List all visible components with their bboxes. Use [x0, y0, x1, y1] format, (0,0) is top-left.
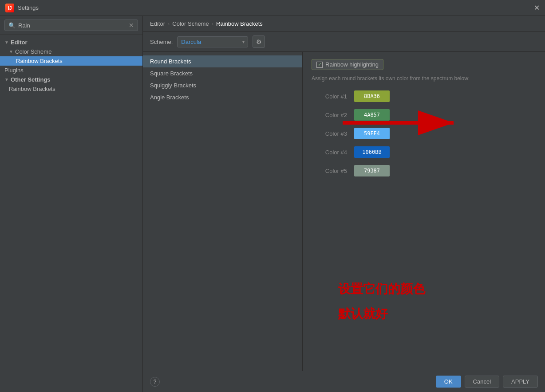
- sidebar-item-rainbow-brackets[interactable]: Rainbow Brackets: [0, 56, 142, 66]
- editor-label: Editor: [11, 39, 28, 46]
- color-row-5: Color #5 79387: [312, 165, 536, 176]
- rainbow-brackets-label: Rainbow Brackets: [16, 58, 63, 64]
- color-row-1: Color #1 8BA36: [312, 90, 536, 102]
- bracket-item-squiggly[interactable]: Squiggly Brackets: [143, 79, 302, 91]
- bracket-item-square[interactable]: Square Brackets: [143, 67, 302, 79]
- apply-button[interactable]: APPLY: [503, 376, 538, 388]
- color-5-swatch[interactable]: 79387: [354, 165, 390, 176]
- color-scheme-arrow-icon: ▼: [9, 49, 13, 54]
- scheme-bar: Scheme: Darcula Default High contrast ▾ …: [143, 32, 545, 52]
- rainbow-checkbox-label: Rainbow highlighting: [325, 61, 379, 68]
- bracket-item-angle[interactable]: Angle Brackets: [143, 91, 302, 103]
- gear-button[interactable]: ⚙: [253, 35, 265, 48]
- color-4-swatch[interactable]: 1060BB: [354, 146, 390, 158]
- color-scheme-label: Color Scheme: [15, 48, 51, 55]
- other-settings-label: Other Settings: [11, 76, 51, 83]
- search-input[interactable]: [18, 22, 126, 29]
- search-clear-icon[interactable]: ✕: [129, 22, 134, 29]
- window-title: Settings: [18, 4, 39, 11]
- breadcrumb-sep2: ›: [212, 20, 213, 27]
- sidebar: 🔍 ✕ ▼ Editor ▼ Color Scheme Rainbow Brac…: [0, 16, 143, 392]
- breadcrumb: Editor › Color Scheme › Rainbow Brackets: [143, 16, 545, 32]
- plugins-label: Plugins: [4, 67, 24, 74]
- scheme-label: Scheme:: [150, 39, 173, 45]
- color-5-label: Color #5: [312, 168, 347, 174]
- other-rainbow-brackets-label: Rainbow Brackets: [9, 86, 55, 92]
- search-bar: 🔍 ✕: [0, 16, 142, 35]
- checkbox-check-icon: ✓: [318, 62, 322, 67]
- sidebar-item-editor[interactable]: ▼ Editor: [0, 38, 142, 47]
- help-button[interactable]: ?: [150, 377, 160, 387]
- color-2-label: Color #2: [312, 112, 347, 118]
- scheme-select[interactable]: Darcula Default High contrast: [177, 36, 248, 47]
- search-wrapper[interactable]: 🔍 ✕: [4, 20, 138, 31]
- panel-body: Round Brackets Square Brackets Squiggly …: [143, 52, 545, 371]
- color-3-swatch[interactable]: 59FF4: [354, 128, 390, 139]
- color-4-label: Color #4: [312, 149, 347, 156]
- search-icon: 🔍: [8, 22, 16, 29]
- bottom-right: OK Cancel APPLY: [436, 376, 538, 388]
- right-panel: Editor › Color Scheme › Rainbow Brackets…: [143, 16, 545, 392]
- other-settings-arrow-icon: ▼: [4, 77, 9, 82]
- tree: ▼ Editor ▼ Color Scheme Rainbow Brackets…: [0, 35, 142, 392]
- app-icon: IJ: [5, 4, 14, 12]
- ok-button[interactable]: OK: [436, 376, 461, 388]
- color-3-label: Color #3: [312, 130, 347, 137]
- gear-icon: ⚙: [256, 38, 262, 45]
- color-1-swatch[interactable]: 8BA36: [354, 90, 390, 102]
- bracket-item-round[interactable]: Round Brackets: [143, 55, 302, 67]
- cancel-button[interactable]: Cancel: [465, 376, 499, 388]
- title-left: IJ Settings: [5, 4, 39, 12]
- annotation-center: 设置它们的颜色默认就好: [338, 277, 425, 326]
- close-button[interactable]: ✕: [534, 4, 540, 12]
- bottom-left: ?: [150, 377, 160, 387]
- rainbow-checkbox[interactable]: ✓: [316, 62, 323, 68]
- color-2-swatch[interactable]: 4A857: [354, 109, 390, 121]
- color-rows: Color #1 8BA36 Color #2 4A857 Color #3 5…: [312, 90, 536, 176]
- color-1-label: Color #1: [312, 93, 347, 100]
- scheme-select-wrapper[interactable]: Darcula Default High contrast ▾: [177, 36, 248, 47]
- bottom-bar: ? OK Cancel APPLY: [143, 371, 545, 392]
- assign-text: Assign each round brackets its own color…: [312, 75, 536, 82]
- editor-arrow-icon: ▼: [4, 40, 9, 45]
- main-content: 🔍 ✕ ▼ Editor ▼ Color Scheme Rainbow Brac…: [0, 16, 545, 392]
- settings-panel: ✓ Rainbow highlighting Assign each round…: [303, 52, 545, 371]
- breadcrumb-editor: Editor: [150, 20, 165, 27]
- title-bar: IJ Settings ✕: [0, 0, 545, 16]
- sidebar-item-other-settings[interactable]: ▼ Other Settings: [0, 75, 142, 84]
- bracket-list: Round Brackets Square Brackets Squiggly …: [143, 52, 303, 371]
- breadcrumb-sep1: ›: [168, 20, 170, 27]
- color-row-2: Color #2 4A857: [312, 109, 536, 121]
- breadcrumb-color-scheme: Color Scheme: [172, 20, 209, 27]
- sidebar-item-color-scheme[interactable]: ▼ Color Scheme: [0, 47, 142, 56]
- color-row-3: Color #3 59FF4: [312, 128, 536, 139]
- breadcrumb-rainbow-brackets: Rainbow Brackets: [216, 20, 263, 27]
- sidebar-item-plugins[interactable]: Plugins: [0, 66, 142, 75]
- color-row-4: Color #4 1060BB: [312, 146, 536, 158]
- sidebar-item-other-rainbow-brackets[interactable]: Rainbow Brackets: [0, 84, 142, 94]
- rainbow-checkbox-row: ✓ Rainbow highlighting: [312, 59, 536, 70]
- rainbow-checkbox-wrapper[interactable]: ✓ Rainbow highlighting: [312, 59, 383, 70]
